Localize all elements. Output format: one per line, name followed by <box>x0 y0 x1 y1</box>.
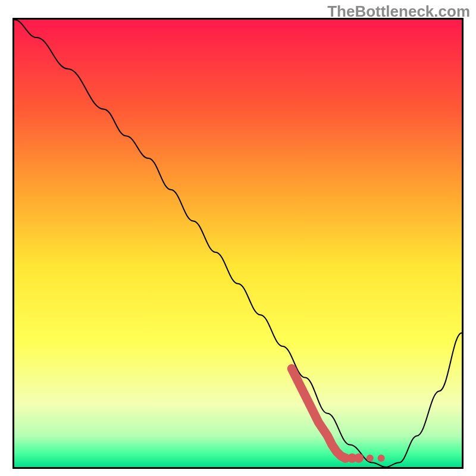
svg-point-4 <box>378 455 385 462</box>
gradient-background <box>14 20 462 467</box>
chart-stage: TheBottleneck.com <box>0 0 476 476</box>
svg-point-2 <box>354 453 364 463</box>
svg-point-3 <box>367 455 374 462</box>
plot-area <box>12 18 464 469</box>
chart-svg <box>14 20 462 467</box>
